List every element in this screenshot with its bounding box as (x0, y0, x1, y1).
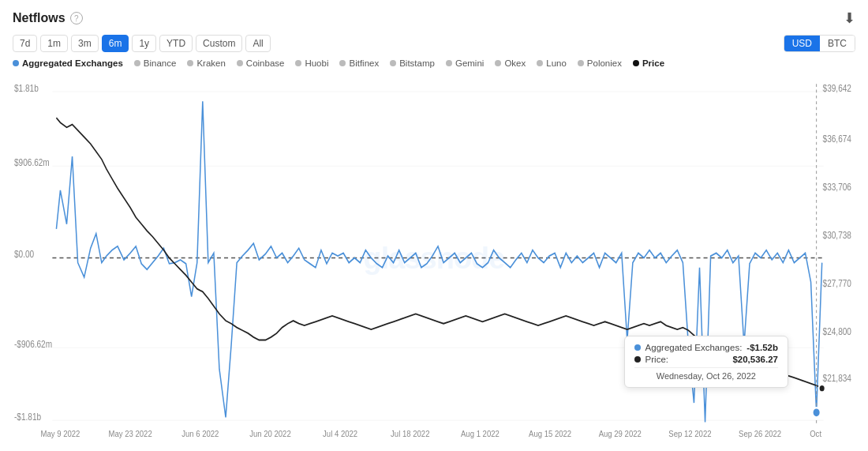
legend-dot-kraken (187, 60, 193, 66)
legend-label-huobi: Huobi (305, 58, 328, 68)
svg-text:$36,674: $36,674 (823, 133, 851, 144)
svg-text:Jun 6 2022: Jun 6 2022 (181, 428, 219, 438)
help-icon[interactable]: ? (70, 12, 83, 24)
legend-row: Aggregated Exchanges Binance Kraken Coin… (13, 58, 855, 68)
time-btn-1m[interactable]: 1m (40, 35, 68, 52)
svg-text:$906.62m: $906.62m (14, 157, 50, 167)
legend-dot-price (633, 60, 639, 66)
svg-text:-$906.62m: -$906.62m (14, 339, 52, 349)
svg-text:Aug 29 2022: Aug 29 2022 (599, 428, 642, 438)
legend-label-kraken: Kraken (196, 58, 225, 68)
svg-text:Aug 1 2022: Aug 1 2022 (461, 428, 499, 438)
legend-label-luno: Luno (546, 58, 567, 68)
main-container: Netflows ? ⬇ 7d 1m 3m 6m 1y YTD Custom A… (0, 0, 868, 451)
legend-dot-bitfinex (339, 60, 346, 66)
svg-text:$1.81b: $1.81b (14, 83, 39, 93)
svg-text:Aug 15 2022: Aug 15 2022 (529, 428, 571, 438)
tooltip-aggregated-value: -$1.52b (746, 343, 778, 352)
legend-label-bitfinex: Bitfinex (349, 58, 379, 68)
currency-btn-usd[interactable]: USD (784, 36, 820, 51)
currency-toggle: USD BTC (784, 35, 855, 52)
legend-label-binance: Binance (144, 58, 177, 68)
legend-dot-poloniex (578, 60, 584, 66)
svg-text:$33,706: $33,706 (823, 182, 851, 192)
legend-bitstamp[interactable]: Bitstamp (390, 58, 435, 68)
legend-label-aggregated: Aggregated Exchanges (22, 58, 123, 68)
title-area: Netflows ? (13, 11, 83, 25)
currency-btn-btc[interactable]: BTC (820, 36, 855, 51)
tooltip-aggregated-row: Aggregated Exchanges: -$1.52b (634, 343, 778, 352)
legend-aggregated[interactable]: Aggregated Exchanges (13, 58, 123, 68)
legend-label-bitstamp: Bitstamp (399, 58, 435, 68)
svg-point-30 (813, 408, 821, 417)
legend-label-poloniex: Poloniex (587, 58, 622, 68)
tooltip-price-value: $20,536.27 (732, 355, 778, 364)
legend-dot-coinbase (237, 60, 243, 66)
chart-area: glassnode $1.81b $906.62m $0.00 -$906.62… (13, 74, 855, 442)
legend-label-price: Price (642, 58, 664, 68)
time-btn-3m[interactable]: 3m (71, 35, 99, 52)
svg-text:$30,738: $30,738 (823, 230, 851, 240)
legend-binance[interactable]: Binance (134, 58, 177, 68)
svg-text:$39,642: $39,642 (823, 83, 851, 93)
legend-gemini[interactable]: Gemini (446, 58, 484, 68)
time-btn-custom[interactable]: Custom (196, 35, 242, 52)
legend-dot-luno (537, 60, 543, 66)
legend-dot-gemini (446, 60, 452, 66)
legend-label-gemini: Gemini (455, 58, 484, 68)
svg-point-31 (819, 385, 825, 393)
controls-row: 7d 1m 3m 6m 1y YTD Custom All USD BTC (13, 35, 855, 52)
legend-coinbase[interactable]: Coinbase (237, 58, 285, 68)
tooltip-box: Aggregated Exchanges: -$1.52b Price: $20… (624, 336, 788, 388)
svg-text:Sep 26 2022: Sep 26 2022 (739, 428, 781, 438)
svg-text:May 23 2022: May 23 2022 (109, 428, 152, 438)
svg-text:$24,800: $24,800 (823, 326, 851, 336)
svg-text:Oct: Oct (810, 428, 821, 438)
page-title: Netflows (13, 11, 65, 25)
tooltip-aggregated-label: Aggregated Exchanges: (645, 343, 743, 352)
tooltip-dot-price (634, 356, 641, 363)
legend-price[interactable]: Price (633, 58, 664, 68)
time-buttons: 7d 1m 3m 6m 1y YTD Custom All (13, 35, 271, 52)
tooltip-price-row: Price: $20,536.27 (634, 355, 778, 364)
legend-okex[interactable]: Okex (495, 58, 526, 68)
tooltip-price-label: Price: (645, 355, 668, 364)
legend-poloniex[interactable]: Poloniex (578, 58, 622, 68)
svg-text:$21,834: $21,834 (823, 373, 851, 383)
download-icon[interactable]: ⬇ (844, 9, 855, 27)
legend-luno[interactable]: Luno (537, 58, 567, 68)
tooltip-dot-aggregated (634, 344, 641, 351)
legend-dot-okex (495, 60, 501, 66)
legend-label-okex: Okex (504, 58, 526, 68)
svg-text:May 9 2022: May 9 2022 (40, 428, 80, 438)
legend-dot-huobi (295, 60, 301, 66)
svg-text:Jul 4 2022: Jul 4 2022 (323, 428, 357, 438)
svg-text:-$1.81b: -$1.81b (14, 412, 41, 422)
time-btn-6m[interactable]: 6m (102, 35, 129, 52)
legend-bitfinex[interactable]: Bitfinex (339, 58, 379, 68)
svg-text:Jul 18 2022: Jul 18 2022 (391, 428, 429, 438)
time-btn-7d[interactable]: 7d (13, 35, 37, 52)
time-btn-ytd[interactable]: YTD (159, 35, 193, 52)
svg-text:Jun 20 2022: Jun 20 2022 (249, 428, 291, 438)
tooltip-date: Wednesday, Oct 26, 2022 (634, 367, 778, 381)
svg-text:Sep 12 2022: Sep 12 2022 (668, 428, 711, 438)
legend-huobi[interactable]: Huobi (295, 58, 328, 68)
legend-dot-aggregated (13, 60, 19, 66)
svg-text:$0.00: $0.00 (14, 250, 34, 260)
svg-text:$27,770: $27,770 (823, 278, 851, 288)
legend-kraken[interactable]: Kraken (187, 58, 225, 68)
header-row: Netflows ? ⬇ (13, 9, 855, 27)
legend-dot-binance (134, 60, 140, 66)
time-btn-1y[interactable]: 1y (132, 35, 156, 52)
time-btn-all[interactable]: All (245, 35, 270, 52)
legend-label-coinbase: Coinbase (246, 58, 285, 68)
legend-dot-bitstamp (390, 60, 396, 66)
